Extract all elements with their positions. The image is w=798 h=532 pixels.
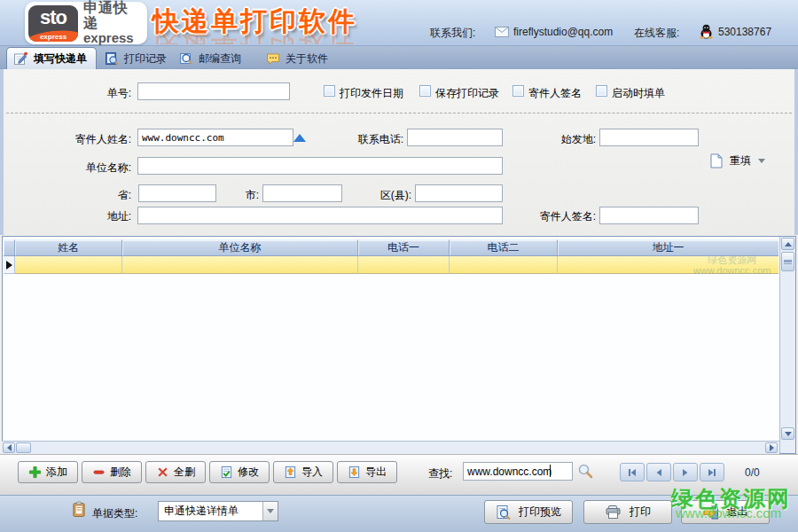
column-header-name[interactable]: 姓名	[15, 239, 122, 256]
print-preview-button[interactable]: 打印预览	[484, 500, 573, 524]
about-bubble-icon	[266, 52, 280, 66]
address-input[interactable]	[137, 207, 503, 224]
first-record-button[interactable]	[620, 463, 645, 481]
refill-dropdown-arrow-icon[interactable]	[758, 159, 765, 163]
last-record-icon	[707, 467, 717, 478]
vertical-scroll-thumb[interactable]	[781, 252, 794, 271]
city-input[interactable]	[262, 184, 342, 202]
envelope-icon	[495, 27, 509, 37]
service-qq-number[interactable]: 530138767	[718, 26, 771, 38]
checkbox-label-save-print-record: 保存打印记录	[435, 86, 499, 101]
grid-cell-company[interactable]	[122, 256, 358, 274]
tab-zipcode-query[interactable]: 邮编查询	[179, 49, 241, 68]
doc-type-selected-value: 申通快递详情单	[159, 504, 262, 519]
add-button[interactable]: 添加	[18, 461, 78, 483]
dropdown-button[interactable]	[262, 502, 278, 520]
logo-cn-name: 申通快递	[83, 1, 142, 31]
company-input[interactable]	[137, 157, 503, 175]
grid-selector-header[interactable]	[4, 239, 15, 256]
waybill-number-input[interactable]	[137, 82, 290, 100]
edit-check-icon	[220, 466, 233, 479]
collapse-panel-icon[interactable]	[293, 134, 306, 142]
export-label: 导出	[365, 465, 387, 480]
exit-label: 退出	[727, 505, 748, 520]
export-icon	[348, 466, 361, 479]
doc-type-clipboard-icon	[72, 501, 86, 518]
left-frame	[0, 69, 4, 235]
grid-cell-phone2[interactable]	[450, 256, 558, 274]
scroll-right-button[interactable]	[765, 442, 778, 453]
tab-print-records[interactable]: 打印记录	[105, 49, 167, 68]
import-button[interactable]: 导入	[273, 461, 333, 483]
record-toolbar: 添加 删除 全删 修改 导入	[0, 454, 798, 495]
checkbox-label-fill-on-startup: 启动时填单	[612, 86, 665, 101]
sender-name-input[interactable]	[137, 129, 293, 146]
province-input[interactable]	[138, 184, 216, 202]
grid-cell-name[interactable]	[15, 256, 122, 274]
horizontal-scroll-thumb[interactable]	[16, 442, 31, 453]
previous-record-button[interactable]	[646, 463, 671, 481]
column-header-address1[interactable]: 地址一	[558, 239, 778, 256]
qq-icon	[700, 24, 713, 39]
modify-button[interactable]: 修改	[209, 461, 270, 483]
last-record-button[interactable]	[700, 463, 724, 481]
contacts-grid: 姓名 单位名称 电话一 电话二 地址一	[2, 236, 796, 454]
phone-input[interactable]	[407, 129, 503, 146]
horizontal-scrollbar[interactable]	[2, 441, 779, 454]
row-selector-cell[interactable]	[4, 256, 15, 274]
arrow-up-icon	[785, 242, 792, 246]
delete-all-button[interactable]: 全删	[145, 461, 206, 483]
arrow-left-icon	[7, 444, 12, 451]
checkbox-label-sender-signature: 寄件人签名	[528, 86, 582, 101]
tab-fill-waybill[interactable]: 填写快递单	[6, 47, 97, 69]
sto-logo: sto express 申通快递 express	[25, 2, 147, 44]
search-input[interactable]	[463, 462, 573, 481]
tab-about[interactable]: 关于软件	[266, 49, 328, 68]
app-window: sto express 申通快递 express 快递单打印软件 快递单打印软件…	[0, 0, 798, 532]
grid-current-row[interactable]	[4, 256, 778, 274]
exit-button[interactable]: 退出	[681, 500, 770, 524]
contact-email[interactable]: fireflystudio@qq.com	[513, 26, 613, 38]
scroll-up-button[interactable]	[781, 238, 794, 250]
column-header-phone1[interactable]: 电话一	[358, 239, 450, 256]
column-header-company[interactable]: 单位名称	[122, 239, 358, 256]
vertical-scrollbar[interactable]	[779, 237, 795, 453]
logo-en-name: express	[83, 31, 142, 45]
app-title-reflection: 快递单打印软件	[153, 33, 445, 44]
checkbox-label-print-ship-date: 打印发件日期	[340, 86, 403, 101]
district-input[interactable]	[415, 184, 503, 202]
column-header-phone2[interactable]: 电话二	[450, 239, 558, 256]
scroll-down-button[interactable]	[781, 427, 794, 440]
delete-button[interactable]: 删除	[82, 461, 142, 483]
doc-type-dropdown[interactable]: 申通快递详情单	[158, 501, 278, 521]
export-button[interactable]: 导出	[337, 461, 397, 483]
delete-label: 删除	[110, 465, 131, 480]
next-record-button[interactable]	[673, 463, 698, 481]
grid-cell-address1[interactable]	[558, 256, 778, 274]
edit-pencil-icon	[13, 51, 28, 66]
right-frame	[794, 69, 798, 235]
header: sto express 申通快递 express 快递单打印软件 快递单打印软件…	[0, 0, 798, 46]
checkbox-fill-on-startup[interactable]	[596, 85, 607, 97]
grid-cell-phone1[interactable]	[358, 256, 450, 274]
tab-bar: 填写快递单 打印记录 邮编查询 关于软件	[0, 46, 798, 69]
origin-input[interactable]	[599, 129, 699, 146]
origin-label: 始发地:	[532, 132, 596, 147]
scroll-left-button[interactable]	[3, 442, 15, 453]
checkbox-sender-signature[interactable]	[512, 85, 524, 97]
record-counter: 0/0	[745, 466, 760, 479]
checkbox-print-ship-date[interactable]	[324, 85, 335, 97]
logo-express-small-text: express	[28, 33, 78, 41]
sto-logo-mark: sto express	[28, 5, 78, 42]
contact-label: 联系我们:	[430, 26, 475, 41]
modify-label: 修改	[238, 465, 259, 480]
plus-icon	[28, 466, 42, 479]
checkbox-save-print-record[interactable]	[419, 85, 431, 97]
print-button[interactable]: 打印	[583, 500, 672, 524]
previous-record-icon	[653, 467, 664, 478]
add-label: 添加	[46, 465, 67, 480]
import-label: 导入	[301, 465, 323, 480]
search-magnifier-icon[interactable]	[577, 463, 593, 479]
signature-input[interactable]	[599, 207, 699, 224]
refill-button[interactable]: 重填	[709, 151, 784, 170]
